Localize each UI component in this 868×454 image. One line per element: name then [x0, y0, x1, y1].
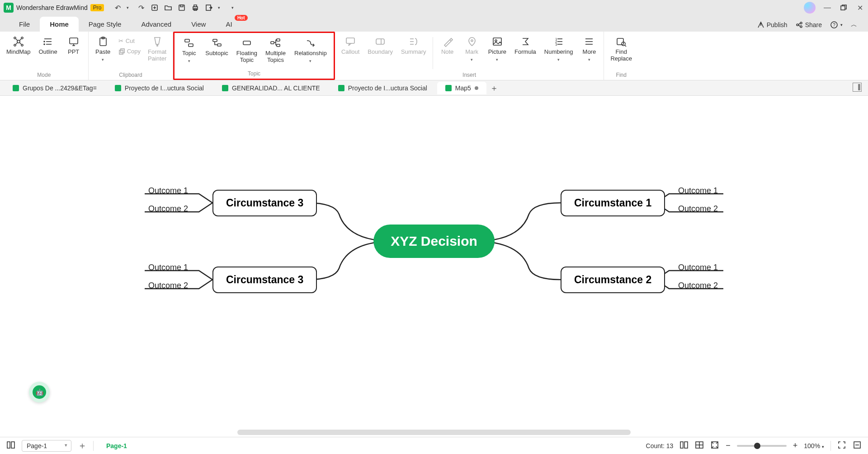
user-avatar[interactable]: [804, 2, 816, 14]
doc-icon: [445, 85, 452, 91]
floating-topic-button[interactable]: Floating Topic: [233, 36, 261, 70]
topic-group-label: Topic: [248, 70, 260, 78]
topic-node[interactable]: Circumstance 3: [212, 267, 317, 293]
relationship-button[interactable]: Relationship▾: [290, 36, 331, 70]
tab-home[interactable]: Home: [40, 17, 79, 32]
svg-text:3: 3: [555, 42, 557, 47]
open-button[interactable]: [164, 3, 173, 12]
mode-group-label: Mode: [37, 72, 51, 79]
redo-button[interactable]: ↷: [137, 3, 146, 12]
view-mode-1[interactable]: [679, 440, 689, 451]
undo-dropdown[interactable]: ▾: [123, 3, 132, 12]
publish-button[interactable]: Publish: [757, 21, 788, 28]
export-button[interactable]: [204, 3, 213, 12]
zoom-out-button[interactable]: −: [726, 441, 731, 450]
svg-rect-68: [11, 442, 14, 448]
topic-node[interactable]: Circumstance 3: [212, 190, 317, 216]
callout-button[interactable]: Callout: [338, 34, 363, 72]
formula-button[interactable]: Formula: [511, 34, 540, 72]
svg-line-24: [16, 42, 18, 44]
svg-line-14: [798, 25, 800, 26]
summary-button[interactable]: Summary: [397, 34, 430, 72]
share-button[interactable]: Share: [796, 21, 822, 28]
svg-text:?: ?: [833, 23, 835, 28]
svg-rect-70: [684, 442, 688, 448]
cut-button[interactable]: ✂ Cut: [116, 36, 143, 46]
document-tab[interactable]: Proyecto de I...uctura Social: [330, 82, 435, 94]
fullscreen-button[interactable]: [837, 440, 846, 451]
save-button[interactable]: [177, 3, 186, 12]
topic-button[interactable]: Topic▾: [177, 36, 201, 70]
maximize-button[interactable]: [839, 3, 848, 12]
ai-assistant-button[interactable]: 🤖: [29, 382, 50, 403]
outline-button[interactable]: Outline: [35, 34, 61, 72]
boundary-button[interactable]: Boundary: [364, 34, 396, 72]
subtopic-node[interactable]: Outcome 1: [148, 186, 188, 196]
tab-ai[interactable]: AIHot: [216, 17, 242, 32]
tab-file[interactable]: File: [9, 17, 40, 32]
qat-customize[interactable]: ▾: [228, 3, 237, 12]
paste-button[interactable]: Paste▾: [91, 34, 115, 64]
tab-advanced[interactable]: Advanced: [131, 17, 181, 32]
page-selector[interactable]: Page-1: [22, 440, 71, 452]
svg-point-21: [21, 44, 23, 46]
zoom-level[interactable]: 100% ▾: [804, 442, 824, 449]
mark-button[interactable]: Mark▾: [460, 34, 484, 72]
minimize-panel-button[interactable]: [853, 440, 862, 451]
add-page-button[interactable]: ＋: [78, 440, 87, 452]
print-button[interactable]: [191, 3, 200, 12]
copy-button[interactable]: Copy: [116, 47, 143, 56]
mindmap-button[interactable]: MindMap: [3, 34, 34, 72]
publish-label: Publish: [767, 21, 788, 28]
page-list-icon[interactable]: [6, 440, 15, 451]
document-tab[interactable]: Proyecto de I...uctura Social: [107, 82, 212, 94]
menu-tabs: File Home Page Style Advanced View AIHot…: [0, 15, 868, 32]
document-tab[interactable]: GENERALIDAD... AL CLIENTE: [214, 82, 328, 94]
close-button[interactable]: ✕: [855, 3, 864, 12]
subtopic-button[interactable]: Subtopic: [202, 36, 232, 70]
tab-view[interactable]: View: [181, 17, 216, 32]
subtopic-node[interactable]: Outcome 2: [148, 281, 188, 290]
minimize-button[interactable]: ―: [823, 3, 832, 12]
fit-page-button[interactable]: [710, 440, 719, 451]
new-button[interactable]: [150, 3, 159, 12]
help-button[interactable]: ?▾: [830, 21, 843, 29]
page-tab[interactable]: Page-1: [100, 442, 133, 449]
hot-badge: Hot: [235, 15, 248, 21]
picture-button[interactable]: Picture▾: [485, 34, 510, 72]
side-panel-toggle[interactable]: [853, 83, 862, 92]
view-mode-2[interactable]: [695, 440, 704, 451]
zoom-in-button[interactable]: +: [793, 441, 798, 450]
collapse-ribbon-button[interactable]: ︿: [851, 21, 857, 29]
document-tab[interactable]: Grupos De ...2429&ETag=: [5, 82, 105, 94]
subtopic-node[interactable]: Outcome 2: [148, 204, 188, 214]
document-tab-active[interactable]: Map5: [437, 82, 486, 94]
canvas[interactable]: XYZ Decision Circumstance 3 Circumstance…: [0, 96, 868, 437]
subtopic-node[interactable]: Outcome 2: [678, 204, 718, 214]
note-button[interactable]: Note: [436, 34, 459, 72]
undo-button[interactable]: ↶: [113, 3, 122, 12]
svg-point-18: [14, 37, 16, 39]
ribbon-group-mode: MindMap Outline PPT Mode: [0, 32, 89, 80]
svg-point-20: [14, 44, 16, 46]
quick-access-toolbar: ↶ ▾ ↷ ▾ ▾: [113, 3, 237, 12]
more-button[interactable]: More▾: [577, 34, 601, 72]
subtopic-node[interactable]: Outcome 2: [678, 281, 718, 290]
svg-line-22: [16, 39, 18, 41]
export-dropdown[interactable]: ▾: [214, 3, 223, 12]
subtopic-node[interactable]: Outcome 1: [678, 263, 718, 272]
tab-page-style[interactable]: Page Style: [79, 17, 132, 32]
numbering-button[interactable]: 123Numbering▾: [541, 34, 577, 72]
horizontal-scrollbar[interactable]: [237, 430, 631, 435]
subtopic-node[interactable]: Outcome 1: [678, 186, 718, 196]
multiple-topics-button[interactable]: Multiple Topics: [262, 36, 289, 70]
find-replace-button[interactable]: Find Replace: [607, 34, 636, 72]
topic-node[interactable]: Circumstance 2: [561, 267, 665, 293]
central-topic[interactable]: XYZ Decision: [373, 225, 495, 258]
format-painter-button[interactable]: Format Painter: [144, 34, 170, 72]
ppt-button[interactable]: PPT: [62, 34, 85, 72]
subtopic-node[interactable]: Outcome 1: [148, 263, 188, 272]
topic-node[interactable]: Circumstance 1: [561, 190, 665, 216]
add-document-button[interactable]: ＋: [488, 82, 500, 94]
zoom-slider[interactable]: [737, 445, 787, 447]
